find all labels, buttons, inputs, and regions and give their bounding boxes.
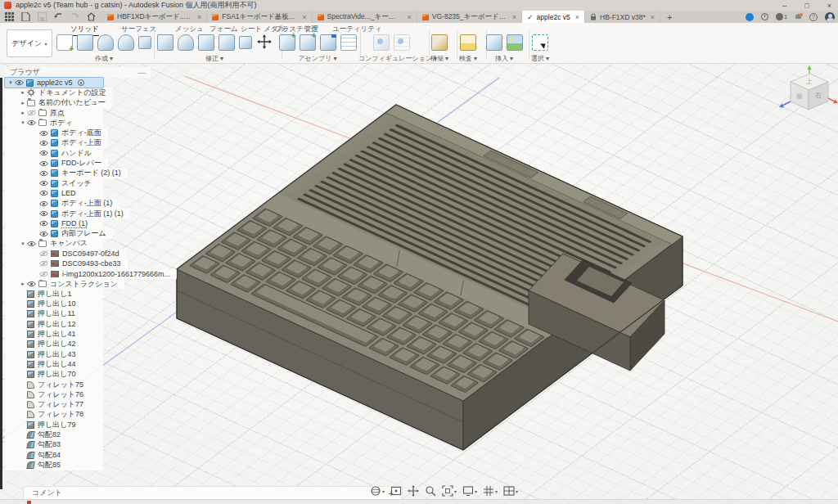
visibility-eye-icon[interactable]	[39, 220, 48, 227]
grid-layout-icon[interactable]: ▾	[483, 485, 498, 497]
group-caption-選択[interactable]: 選択 ▾	[527, 54, 553, 63]
file-menu-icon[interactable]	[21, 12, 30, 21]
browser-item-押し出し42[interactable]: 押し出し42	[5, 340, 103, 349]
view-cube[interactable]: 上 前 右	[774, 65, 838, 129]
insert-canvas-icon[interactable]	[486, 34, 502, 51]
revolve-icon[interactable]	[97, 34, 114, 51]
document-tab-2[interactable]: FSA1キーボード基板_2 v7*×	[207, 11, 312, 23]
visibility-eye-icon[interactable]	[39, 250, 48, 257]
tab-close-icon[interactable]: ×	[575, 13, 579, 21]
browser-item-勾配85[interactable]: 勾配85	[5, 460, 103, 470]
insert-image-icon[interactable]	[507, 34, 523, 51]
browser-item-i-img1200x1200-1661779666m...[interactable]: i-img1200x1200-1661779666m...	[5, 269, 177, 279]
group-caption-作成[interactable]: 作成 ▾	[59, 54, 149, 63]
browser-item-勾配83[interactable]: 勾配83	[5, 440, 103, 450]
visibility-eye-icon[interactable]	[27, 110, 36, 116]
browser-item-押し出し44[interactable]: 押し出し44	[5, 359, 103, 369]
combine-icon[interactable]	[239, 36, 252, 49]
browser-item-押し出し79[interactable]: 押し出し79	[5, 420, 103, 430]
browser-item-コンストラクション[interactable]: ▸コンストラクション	[5, 279, 124, 289]
browser-item-ボディ-上面 (1) (1)[interactable]: ボディ-上面 (1) (1)	[5, 209, 130, 218]
browser-item-キーボード (2) (1)[interactable]: キーボード (2) (1)	[5, 169, 128, 178]
home-icon[interactable]	[87, 12, 96, 21]
browser-header[interactable]: ブラウザ —	[5, 67, 151, 78]
display-settings-icon[interactable]: ▾	[462, 485, 477, 497]
visibility-eye-icon[interactable]	[39, 180, 48, 187]
app-grid-icon[interactable]	[5, 12, 14, 21]
browser-item-キャンバス[interactable]: ▾キャンバス	[5, 239, 103, 249]
document-tab-4[interactable]: VG-8235_キーボード基板 v9*×	[417, 11, 522, 23]
tab-close-icon[interactable]: ×	[512, 13, 516, 21]
avatar[interactable]	[825, 12, 835, 22]
group-caption-アセンブリ[interactable]: アセンブリ ▾	[280, 54, 355, 63]
tree-caret-icon[interactable]: ▾	[7, 79, 15, 86]
browser-item-押し出し11[interactable]: 押し出し11	[5, 309, 103, 319]
job-status-icon[interactable]: 1	[776, 13, 787, 20]
browser-item-フィレット77[interactable]: フィレット77	[5, 400, 103, 410]
tab-close-icon[interactable]: ×	[197, 13, 201, 21]
new-tab-button[interactable]: +	[660, 11, 678, 23]
browser-item-DSC09497-0f24d[interactable]: DSC09497-0f24d	[5, 249, 126, 259]
viewports-icon[interactable]: ▾	[503, 485, 518, 497]
recent-clock-icon[interactable]	[761, 13, 768, 20]
browser-item-押し出し41[interactable]: 押し出し41	[5, 329, 103, 339]
browser-item-スイッチ[interactable]: スイッチ	[5, 178, 103, 188]
browser-item-押し出し1[interactable]: 押し出し1	[5, 289, 103, 299]
tree-caret-icon[interactable]: ▾	[19, 241, 27, 247]
browser-item-apple2c v5[interactable]: ▾apple2c v5	[5, 78, 103, 88]
tree-caret-icon[interactable]: ▸	[19, 100, 27, 106]
timeline-marker[interactable]	[27, 501, 31, 504]
visibility-eye-icon[interactable]	[39, 231, 48, 237]
visibility-eye-icon[interactable]	[39, 271, 48, 277]
group-caption-挿入[interactable]: 挿入 ▾	[484, 54, 524, 63]
browser-item-勾配84[interactable]: 勾配84	[5, 450, 103, 460]
browser-item-FDD-レバー[interactable]: FDD-レバー	[5, 158, 108, 168]
press-pull-icon[interactable]	[157, 34, 173, 51]
browser-item-ボディ-上面[interactable]: ボディ-上面	[5, 138, 108, 148]
tree-caret-icon[interactable]: ▸	[19, 89, 27, 96]
visibility-eye-icon[interactable]	[39, 190, 48, 196]
visibility-eye-icon[interactable]	[39, 260, 48, 267]
config-table-icon[interactable]	[394, 34, 410, 51]
visibility-eye-icon[interactable]	[39, 160, 48, 167]
visibility-eye-icon[interactable]	[39, 140, 48, 146]
sketch-icon[interactable]	[56, 34, 73, 51]
visibility-eye-icon[interactable]	[15, 79, 24, 86]
extrude-icon[interactable]	[77, 34, 93, 51]
visibility-eye-icon[interactable]	[27, 241, 36, 247]
browser-item-原点[interactable]: ▸原点	[5, 108, 103, 118]
workspace-selector[interactable]: デザイン▾	[7, 29, 52, 57]
construction-plane-icon[interactable]	[431, 34, 448, 51]
tab-close-icon[interactable]: ×	[302, 13, 306, 21]
browser-item-ドキュメントの設定[interactable]: ▸ドキュメントの設定	[5, 88, 112, 97]
move-icon[interactable]	[256, 34, 273, 51]
visibility-eye-icon[interactable]	[39, 130, 48, 137]
browser-item-内部フレーム[interactable]: 内部フレーム	[5, 228, 113, 238]
sync-status-icon[interactable]	[746, 13, 754, 21]
tree-caret-icon[interactable]: ▾	[19, 119, 27, 126]
look-at-icon[interactable]	[390, 485, 402, 497]
group-caption-構築[interactable]: 構築 ▾	[427, 54, 452, 63]
close-button[interactable]: ×	[827, 2, 831, 10]
zoom-icon[interactable]	[425, 485, 436, 497]
fit-icon[interactable]: ▾	[442, 485, 457, 497]
group-caption-コンフィギュレーション[interactable]: コンフィギュレーション ▾	[358, 54, 424, 63]
document-tab-6[interactable]: HB-F1XD v38*×	[585, 11, 660, 23]
primitive-icon[interactable]	[138, 36, 151, 49]
browser-collapse-button[interactable]: —	[138, 69, 146, 77]
minimize-button[interactable]: –	[782, 2, 786, 10]
browser-item-押し出し12[interactable]: 押し出し12	[5, 319, 103, 329]
browser-item-フィレット75[interactable]: フィレット75	[5, 380, 103, 389]
joint-icon[interactable]	[300, 34, 316, 51]
browser-item-ボディ[interactable]: ▾ボディ	[5, 118, 103, 128]
document-tab-1[interactable]: HBF1XDキーボード...ed) (1) v8*×	[102, 11, 207, 23]
save-icon[interactable]	[38, 12, 47, 21]
sphere-icon[interactable]	[118, 34, 134, 51]
chamfer-icon[interactable]	[198, 34, 214, 51]
new-component-icon[interactable]	[279, 34, 295, 51]
notification-bell-icon[interactable]	[795, 13, 802, 21]
document-tab-5[interactable]: ✓apple2c v5×	[522, 11, 585, 23]
tree-caret-icon[interactable]: ▸	[19, 110, 27, 116]
tab-close-icon[interactable]: ×	[408, 13, 412, 21]
undo-icon[interactable]	[54, 12, 63, 21]
